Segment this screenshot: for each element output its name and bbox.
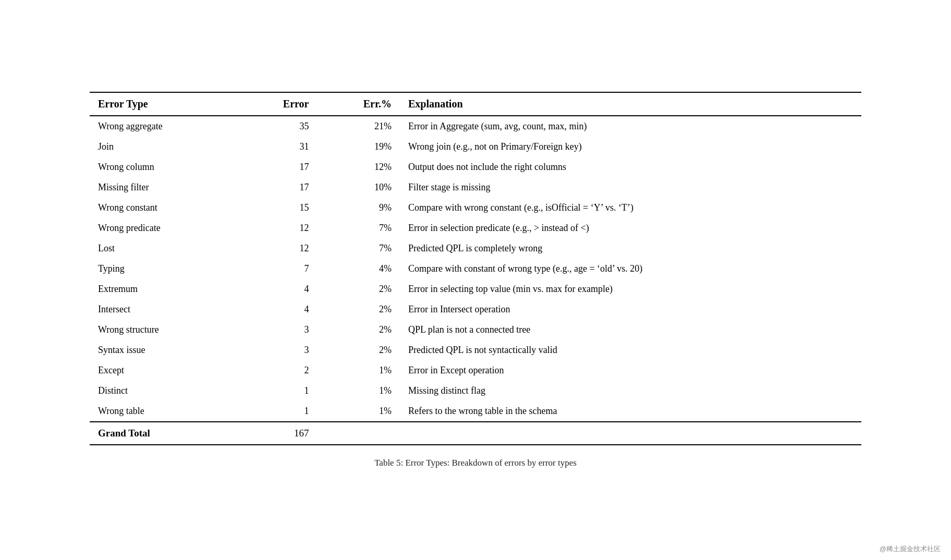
table-row: Distinct11%Missing distinct flag (90, 381, 861, 401)
cell-explanation: Missing distinct flag (400, 381, 861, 401)
cell-error-type: Wrong aggregate (90, 116, 239, 137)
cell-error-type: Wrong column (90, 157, 239, 177)
table-row: Missing filter1710%Filter stage is missi… (90, 177, 861, 198)
cell-err-pct: 1% (317, 401, 400, 422)
cell-error-type: Join (90, 137, 239, 157)
cell-error-type: Syntax issue (90, 340, 239, 360)
cell-err-pct: 4% (317, 259, 400, 279)
grand-total-label: Grand Total (90, 422, 239, 445)
cell-explanation: Output does not include the right column… (400, 157, 861, 177)
cell-error: 12 (239, 218, 317, 238)
cell-error-type: Typing (90, 259, 239, 279)
cell-error-type: Wrong table (90, 401, 239, 422)
cell-explanation: Error in Intersect operation (400, 299, 861, 320)
cell-error: 3 (239, 340, 317, 360)
table-row: Except21%Error in Except operation (90, 360, 861, 381)
cell-explanation: Error in Aggregate (sum, avg, count, max… (400, 116, 861, 137)
cell-explanation: Predicted QPL is completely wrong (400, 238, 861, 259)
cell-error-type: Missing filter (90, 177, 239, 198)
cell-error: 4 (239, 299, 317, 320)
table-header-row: Error Type Error Err.% Explanation (90, 92, 861, 116)
cell-err-pct: 2% (317, 320, 400, 340)
cell-err-pct: 1% (317, 381, 400, 401)
cell-error: 1 (239, 381, 317, 401)
cell-error-type: Wrong constant (90, 198, 239, 218)
table-row: Join3119%Wrong join (e.g., not on Primar… (90, 137, 861, 157)
cell-error-type: Except (90, 360, 239, 381)
cell-err-pct: 10% (317, 177, 400, 198)
cell-explanation: Error in Except operation (400, 360, 861, 381)
cell-error: 35 (239, 116, 317, 137)
cell-explanation: Compare with wrong constant (e.g., isOff… (400, 198, 861, 218)
cell-err-pct: 2% (317, 279, 400, 299)
page-container: Error Type Error Err.% Explanation Wrong… (58, 71, 893, 489)
cell-err-pct: 21% (317, 116, 400, 137)
cell-explanation: Error in selection predicate (e.g., > in… (400, 218, 861, 238)
cell-error-type: Wrong predicate (90, 218, 239, 238)
cell-err-pct: 7% (317, 238, 400, 259)
col-header-err-pct: Err.% (317, 92, 400, 116)
cell-err-pct: 7% (317, 218, 400, 238)
cell-explanation: Predicted QPL is not syntactically valid (400, 340, 861, 360)
table-row: Typing74%Compare with constant of wrong … (90, 259, 861, 279)
cell-error: 17 (239, 157, 317, 177)
cell-error: 4 (239, 279, 317, 299)
cell-error-type: Distinct (90, 381, 239, 401)
cell-explanation: Refers to the wrong table in the schema (400, 401, 861, 422)
cell-error-type: Lost (90, 238, 239, 259)
col-header-error: Error (239, 92, 317, 116)
col-header-explanation: Explanation (400, 92, 861, 116)
table-row: Wrong aggregate3521%Error in Aggregate (… (90, 116, 861, 137)
cell-error-type: Wrong structure (90, 320, 239, 340)
cell-explanation: QPL plan is not a connected tree (400, 320, 861, 340)
table-caption: Table 5: Error Types: Breakdown of error… (90, 458, 861, 468)
table-row: Intersect42%Error in Intersect operation (90, 299, 861, 320)
cell-err-pct: 12% (317, 157, 400, 177)
grand-total-row: Grand Total 167 (90, 422, 861, 445)
watermark: @稀土掘金技术社区 (880, 544, 941, 554)
cell-error-type: Intersect (90, 299, 239, 320)
table-row: Syntax issue32%Predicted QPL is not synt… (90, 340, 861, 360)
cell-error: 31 (239, 137, 317, 157)
cell-error: 1 (239, 401, 317, 422)
cell-error: 17 (239, 177, 317, 198)
table-row: Wrong constant159%Compare with wrong con… (90, 198, 861, 218)
grand-total-value: 167 (239, 422, 317, 445)
table-row: Wrong column1712%Output does not include… (90, 157, 861, 177)
table-row: Wrong predicate127%Error in selection pr… (90, 218, 861, 238)
cell-err-pct: 19% (317, 137, 400, 157)
cell-err-pct: 2% (317, 299, 400, 320)
cell-explanation: Error in selecting top value (min vs. ma… (400, 279, 861, 299)
cell-error: 3 (239, 320, 317, 340)
table-row: Wrong table11%Refers to the wrong table … (90, 401, 861, 422)
cell-err-pct: 2% (317, 340, 400, 360)
cell-err-pct: 9% (317, 198, 400, 218)
col-header-error-type: Error Type (90, 92, 239, 116)
cell-explanation: Wrong join (e.g., not on Primary/Foreign… (400, 137, 861, 157)
cell-error: 12 (239, 238, 317, 259)
cell-explanation: Compare with constant of wrong type (e.g… (400, 259, 861, 279)
table-row: Extremum42%Error in selecting top value … (90, 279, 861, 299)
cell-err-pct: 1% (317, 360, 400, 381)
error-table: Error Type Error Err.% Explanation Wrong… (90, 92, 861, 445)
cell-error: 15 (239, 198, 317, 218)
cell-error-type: Extremum (90, 279, 239, 299)
cell-error: 2 (239, 360, 317, 381)
cell-error: 7 (239, 259, 317, 279)
table-row: Lost127%Predicted QPL is completely wron… (90, 238, 861, 259)
table-row: Wrong structure32%QPL plan is not a conn… (90, 320, 861, 340)
cell-explanation: Filter stage is missing (400, 177, 861, 198)
